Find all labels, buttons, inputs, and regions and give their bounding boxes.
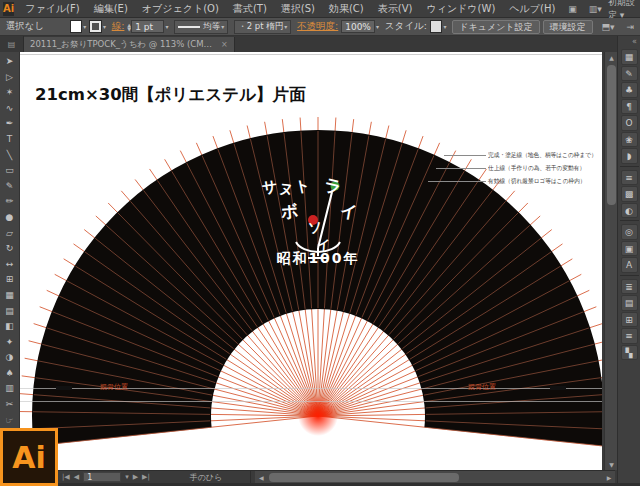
column-graph-tool-icon[interactable]: ▥ <box>1 381 19 397</box>
menu-item-8[interactable]: ヘルプ(H) <box>502 0 562 17</box>
menu-item-2[interactable]: オブジェクト(O) <box>135 0 226 17</box>
scroll-left-icon[interactable]: ◀ <box>255 471 267 484</box>
pen-tool-icon[interactable]: ✒ <box>1 116 19 132</box>
panel-group-divider <box>620 220 639 223</box>
artboard[interactable]: 21cm×30間【ポリエステル】片面 サヌトラボイソイ 昭和100年 親骨位置 … <box>20 52 602 470</box>
horizontal-scrollbar[interactable]: ◀ ▶ <box>255 471 615 484</box>
appearance-panel-icon[interactable]: ◎ <box>621 224 638 240</box>
transparency-panel-icon[interactable]: ◐ <box>621 203 638 219</box>
arrange-documents-icon[interactable]: ▥▾ <box>583 4 608 14</box>
opentype-panel-icon[interactable]: O <box>621 115 638 131</box>
symbols-panel-icon[interactable]: ♣ <box>621 82 638 98</box>
rectangle-tool-icon[interactable]: ▭ <box>1 163 19 179</box>
line-segment-tool-icon[interactable]: ╲ <box>1 148 19 164</box>
blob-brush-tool-icon[interactable]: ● <box>1 210 19 226</box>
artboard-dropdown-icon[interactable]: ▾ <box>125 473 129 481</box>
menu-items: ファイル(F)編集(E)オブジェクト(O)書式(T)選択(S)効果(C)表示(V… <box>18 0 562 17</box>
slice-tool-icon[interactable]: ✂ <box>1 397 19 413</box>
last-artboard-icon[interactable]: ▶| <box>142 473 150 481</box>
preferences-button[interactable]: 環境設定 <box>543 20 593 34</box>
eraser-tool-icon[interactable]: ▱ <box>1 226 19 242</box>
menu-item-5[interactable]: 効果(C) <box>322 0 371 17</box>
layers-panel-icon[interactable]: ≣ <box>621 279 638 295</box>
swatches-panel-icon[interactable]: ▦ <box>621 49 638 65</box>
menu-item-6[interactable]: 表示(V) <box>371 0 420 17</box>
scroll-right-icon[interactable]: ▶ <box>603 471 615 484</box>
magic-wand-tool-icon[interactable]: ✶ <box>1 85 19 101</box>
menu-item-7[interactable]: ウィンドウ(W) <box>419 0 502 17</box>
artboards-panel-icon[interactable]: ▤ <box>621 295 638 311</box>
gradient-panel-icon[interactable]: ▩ <box>621 186 638 202</box>
next-artboard-icon[interactable]: ▶ <box>133 473 138 481</box>
gradient-mesh-panel-icon[interactable]: ◗ <box>621 148 638 164</box>
artboard-navigation: |◀ ◀ 1 ▾ ▶ ▶| <box>62 472 150 482</box>
vertical-scrollbar[interactable]: ▲ ▼ <box>604 52 617 470</box>
annotation-bleed-line: 完成・塗足線（地色、柄等はこの枠まで） <box>488 151 597 160</box>
opacity-link[interactable]: 不透明度: <box>297 20 338 33</box>
stroke-weight-dropdown-icon[interactable]: ▾ <box>165 23 168 30</box>
pathfinder-panel-icon[interactable]: ▚ <box>621 345 638 361</box>
rib-position-label-right: 親骨位置 <box>468 382 496 392</box>
scale-tool-icon[interactable]: ↔ <box>1 257 19 273</box>
brushes-panel-icon[interactable]: ✎ <box>621 66 638 82</box>
horizontal-scrollbar-thumb[interactable] <box>269 473 459 482</box>
pencil-tool-icon[interactable]: ✏ <box>1 194 19 210</box>
graphic-styles-panel-icon[interactable]: ▣ <box>621 241 638 257</box>
panel-dock: « ▦✎♣¶O❀◗≡▩◐◎▣A≣▤⊞≡▚ <box>617 36 640 486</box>
document-setup-button[interactable]: ドキュメント設定 <box>452 20 539 34</box>
selection-tool-icon[interactable]: ➤ <box>1 54 19 70</box>
stroke-panel-link[interactable]: 線: <box>112 20 125 33</box>
fill-color-swatch[interactable] <box>70 20 83 33</box>
current-tool-label: 手のひら <box>190 472 223 483</box>
paintbrush-tool-icon[interactable]: ✎ <box>1 179 19 195</box>
opacity-field[interactable]: 100% <box>341 20 375 33</box>
free-transform-tool-icon[interactable]: ⊞ <box>1 272 19 288</box>
tools-panel: ➤▷✶∿✒T╲▭✎✏●▱↻↔⊞▦▤◧✦◑♠▥✂☞ <box>0 52 20 486</box>
menu-item-1[interactable]: 編集(E) <box>87 0 135 17</box>
previous-artboard-icon[interactable]: ◀ <box>74 473 79 481</box>
bridge-icon[interactable]: ▣ <box>562 4 583 14</box>
artboard-number-field[interactable]: 1 <box>83 472 121 482</box>
tab-corner-icon[interactable]: ▤ <box>0 36 24 52</box>
menu-item-0[interactable]: ファイル(F) <box>18 0 87 17</box>
gradient-tool-icon[interactable]: ◧ <box>1 319 19 335</box>
character-styles-panel-icon[interactable]: A <box>621 257 638 273</box>
control-panel-menu-icon[interactable]: ⬒▾ <box>595 22 620 32</box>
opacity-dropdown-icon[interactable]: ▾ <box>376 23 379 30</box>
stroke-dropdown-icon[interactable]: ▾ <box>103 23 106 30</box>
align-panel-icon[interactable]: ≡ <box>621 328 638 344</box>
transform-panel-icon[interactable]: ⊞ <box>621 312 638 328</box>
document-tab[interactable]: 20111_お祭りTPOCK_うちわ @ 113% (CMYK/プレビュー) × <box>24 37 235 52</box>
style-dropdown-icon[interactable]: ▾ <box>443 23 446 30</box>
direct-selection-tool-icon[interactable]: ▷ <box>1 70 19 86</box>
brush-definition[interactable]: ・ 2 pt 楕円 ▾ <box>234 20 291 34</box>
control-bar-end-icon[interactable]: ⇥ <box>620 22 640 32</box>
hand-tool-icon[interactable]: ☞ <box>1 413 19 429</box>
type-tool-icon[interactable]: T <box>1 132 19 148</box>
symbol-sprayer-tool-icon[interactable]: ♠ <box>1 366 19 382</box>
perspective-grid-tool-icon[interactable]: ▦ <box>1 288 19 304</box>
registration-tick <box>550 386 566 390</box>
tab-close-icon[interactable]: × <box>221 40 228 49</box>
menu-item-4[interactable]: 選択(S) <box>274 0 322 17</box>
stroke-panel-icon[interactable]: ≡ <box>621 170 638 186</box>
mesh-tool-icon[interactable]: ▤ <box>1 304 19 320</box>
eyedropper-tool-icon[interactable]: ✦ <box>1 335 19 351</box>
stroke-color-swatch[interactable] <box>89 20 102 33</box>
style-swatch[interactable] <box>430 20 443 33</box>
control-bar: 選択なし ▾ ▾ 線: ▲▼ 1 pt ▾ 均等 ▾ ・ 2 pt 楕円 ▾ 不… <box>0 18 640 36</box>
lasso-tool-icon[interactable]: ∿ <box>1 101 19 117</box>
fill-dropdown-icon[interactable]: ▾ <box>83 23 86 30</box>
fan-artwork <box>20 52 602 470</box>
first-artboard-icon[interactable]: |◀ <box>62 473 70 481</box>
expand-panels-icon[interactable]: « <box>632 36 640 48</box>
annotation-leader-line <box>428 181 486 182</box>
paragraph-panel-icon[interactable]: ¶ <box>621 99 638 115</box>
variable-width-profile[interactable]: 均等 ▾ <box>174 20 228 34</box>
vertical-scrollbar-thumb[interactable] <box>607 65 616 205</box>
menu-item-3[interactable]: 書式(T) <box>226 0 274 17</box>
rotate-tool-icon[interactable]: ↻ <box>1 241 19 257</box>
swatch-libraries-panel-icon[interactable]: ❀ <box>621 132 638 148</box>
stroke-weight-field[interactable]: 1 pt <box>131 20 164 33</box>
blend-tool-icon[interactable]: ◑ <box>1 350 19 366</box>
